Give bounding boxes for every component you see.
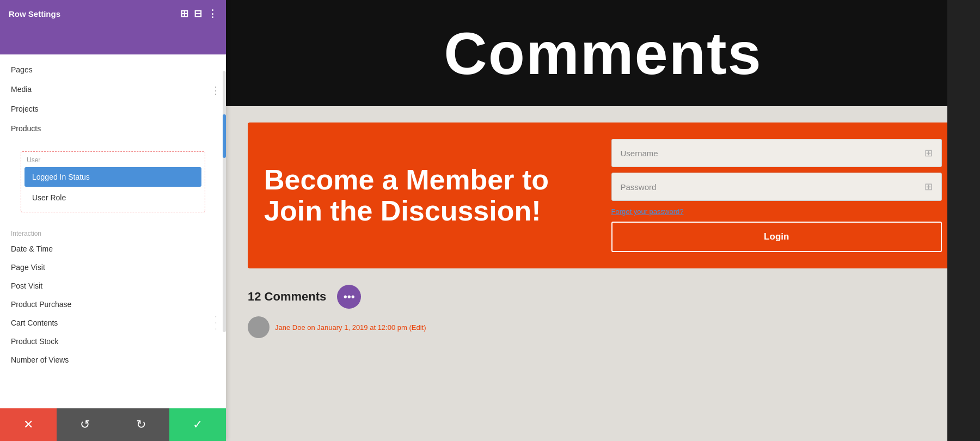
panel-header-icons: ⊞ ⊟ ⋮	[180, 8, 217, 20]
password-icon: ⊞	[924, 181, 933, 193]
comment-author-line: Jane Doe on January 1, 2019 at 12:00 pm …	[248, 316, 958, 338]
right-edge-bar	[947, 0, 980, 441]
right-dots[interactable]: ⋮	[211, 84, 220, 96]
member-box: Become a Member to Join the Discussion! …	[248, 122, 958, 268]
comments-section: 12 Comments •••	[248, 285, 958, 309]
interaction-label: Interaction	[11, 226, 215, 240]
password-input[interactable]: Password ⊞	[611, 173, 942, 201]
redo-button[interactable]: ↻	[113, 408, 170, 441]
post-visit-item[interactable]: Post Visit	[11, 277, 215, 295]
number-of-views-item[interactable]: Number of Views	[11, 351, 215, 369]
expand-icon[interactable]: ⊞	[180, 8, 188, 20]
logged-in-status-item[interactable]: Logged In Status	[24, 167, 201, 187]
comments-title: Comments	[444, 19, 762, 88]
interaction-section: Interaction Date & Time Page Visit Post …	[0, 222, 226, 369]
comments-count: 12 Comments	[248, 290, 326, 304]
user-role-item[interactable]: User Role	[24, 188, 201, 207]
undo-button[interactable]: ↺	[57, 408, 113, 441]
member-form: Username ⊞ Password ⊞ Forgot your passwo…	[611, 139, 942, 252]
right-dots-2: · · ·	[212, 316, 220, 333]
username-label: Username	[621, 149, 658, 158]
left-panel: Row Settings ⊞ ⊟ ⋮ Pages Media Projects …	[0, 0, 226, 441]
username-icon: ⊞	[924, 147, 933, 159]
scroll-track[interactable]	[223, 71, 226, 332]
avatar	[248, 316, 270, 338]
more-options-icon[interactable]: ⋮	[207, 8, 217, 20]
page-visit-item[interactable]: Page Visit	[11, 258, 215, 277]
username-input[interactable]: Username ⊞	[611, 139, 942, 167]
nav-projects[interactable]: Projects	[0, 99, 226, 119]
purple-bar	[0, 27, 226, 54]
right-content: Comments Become a Member to Join the Dis…	[226, 0, 980, 441]
ellipsis-icon: •••	[344, 291, 355, 303]
bottom-toolbar: ✕ ↺ ↻ ✓	[0, 408, 226, 441]
login-button[interactable]: Login	[611, 222, 942, 252]
date-time-item[interactable]: Date & Time	[11, 240, 215, 258]
collapse-icon[interactable]: ⊟	[194, 8, 202, 20]
forgot-password-link[interactable]: Forgot your password?	[611, 206, 942, 216]
more-options-button[interactable]: •••	[337, 285, 361, 309]
panel-title: Row Settings	[9, 9, 60, 19]
top-nav: Pages Media Projects Products	[0, 54, 226, 142]
author-text: Jane Doe on January 1, 2019 at 12:00 pm …	[275, 323, 426, 332]
scroll-thumb[interactable]	[223, 114, 226, 158]
user-section-label: User	[24, 156, 201, 166]
product-stock-item[interactable]: Product Stock	[11, 332, 215, 351]
nav-products[interactable]: Products	[0, 119, 226, 138]
nav-media[interactable]: Media	[0, 79, 226, 99]
product-purchase-item[interactable]: Product Purchase	[11, 295, 215, 314]
cancel-button[interactable]: ✕	[0, 408, 57, 441]
comments-header: Comments	[226, 0, 980, 106]
password-label: Password	[621, 182, 657, 192]
confirm-button[interactable]: ✓	[169, 408, 226, 441]
cart-contents-item[interactable]: Cart Contents	[11, 314, 215, 332]
main-content: Become a Member to Join the Discussion! …	[226, 106, 980, 441]
panel-header: Row Settings ⊞ ⊟ ⋮	[0, 0, 226, 27]
nav-pages[interactable]: Pages	[0, 60, 226, 79]
member-text: Become a Member to Join the Discussion!	[264, 164, 595, 226]
user-section: User Logged In Status User Role	[21, 151, 205, 212]
user-section-container: User Logged In Status User Role	[10, 146, 216, 218]
